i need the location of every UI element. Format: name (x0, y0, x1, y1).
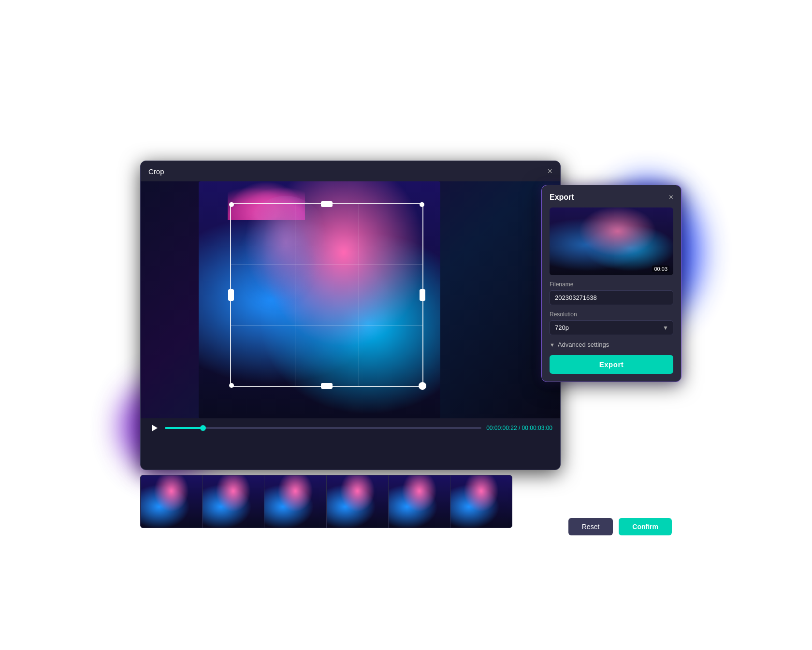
crop-handle-bottom-left[interactable] (229, 383, 234, 388)
crop-window: Crop × (140, 161, 561, 470)
advanced-settings-row[interactable]: ▼ Advanced settings (550, 341, 673, 348)
filmstrip-frame (450, 475, 512, 528)
progress-fill (165, 427, 203, 429)
export-panel: Export × 00:03 Filename Resolution 360p … (541, 185, 682, 382)
crop-handle-middle-left[interactable] (228, 289, 234, 301)
crop-handle-bottom-middle[interactable] (321, 383, 333, 389)
video-area (141, 181, 560, 418)
filmstrip-frame (203, 475, 264, 528)
export-thumbnail: 00:03 (550, 207, 673, 275)
export-title: Export (550, 193, 574, 202)
chevron-right-icon: ▼ (550, 342, 555, 348)
crop-grid-line (231, 325, 422, 326)
resolution-label: Resolution (550, 311, 673, 318)
confirm-button[interactable]: Confirm (619, 518, 672, 535)
crop-close-button[interactable]: × (547, 167, 552, 176)
crop-handle-middle-right[interactable] (420, 289, 425, 301)
filmstrip (140, 475, 512, 528)
current-time: 00:00:00:22 (486, 425, 517, 431)
crop-handle-top-left[interactable] (229, 202, 234, 207)
play-button[interactable] (148, 422, 160, 434)
crop-overlay[interactable] (230, 203, 423, 387)
playback-bar: 00:00:00:22 / 00:00:03:00 (141, 418, 560, 438)
resolution-select[interactable]: 360p 480p 720p 1080p 4K (550, 320, 673, 335)
resolution-select-wrapper: 360p 480p 720p 1080p 4K ▼ (550, 320, 673, 335)
crop-titlebar: Crop × (141, 161, 560, 181)
advanced-settings-label: Advanced settings (558, 341, 609, 348)
export-close-button[interactable]: × (669, 193, 673, 202)
crop-title: Crop (148, 167, 164, 176)
crop-handle-corner-circle[interactable] (419, 382, 426, 390)
reset-button[interactable]: Reset (568, 518, 613, 535)
crop-handle-top-right[interactable] (420, 202, 424, 207)
total-time: 00:00:03:00 (522, 425, 552, 431)
crop-grid-line (231, 265, 422, 265)
time-separator: / (519, 425, 522, 431)
filename-input[interactable] (550, 290, 673, 305)
bottom-buttons: Reset Confirm (568, 518, 672, 535)
progress-track[interactable] (165, 427, 481, 429)
filmstrip-frame (327, 475, 389, 528)
crop-handle-top-middle[interactable] (321, 201, 333, 207)
export-button[interactable]: Export (550, 355, 673, 374)
crop-grid-line (359, 204, 359, 386)
progress-thumb[interactable] (200, 425, 206, 431)
play-icon (152, 425, 158, 431)
filename-label: Filename (550, 281, 673, 288)
thumbnail-time: 00:03 (652, 266, 669, 272)
crop-grid-line (295, 204, 295, 386)
export-header: Export × (550, 193, 673, 202)
time-display: 00:00:00:22 / 00:00:03:00 (486, 425, 552, 431)
filmstrip-frame (264, 475, 326, 528)
filmstrip-frame (141, 475, 203, 528)
main-scene: Crop × (140, 161, 672, 489)
filmstrip-frame (389, 475, 450, 528)
